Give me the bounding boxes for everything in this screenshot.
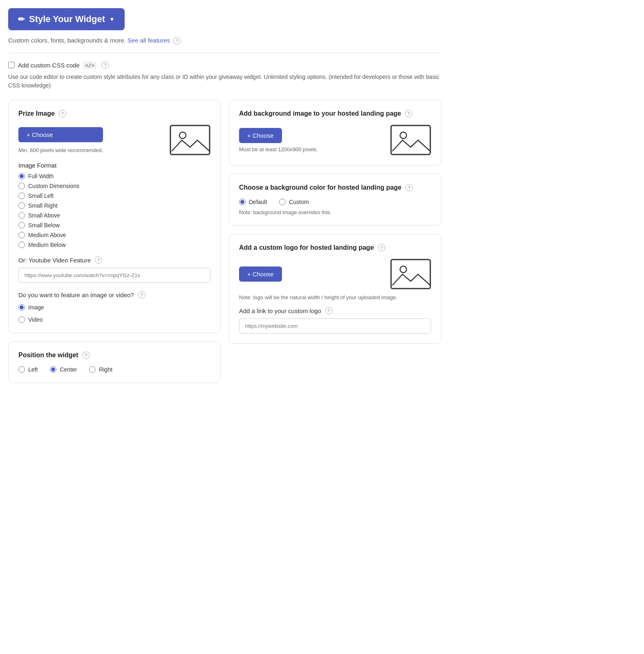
custom-logo-top: + Choose [239, 259, 431, 289]
position-radio-group: Left Center Right [18, 366, 210, 373]
position-title: Position the widget ? [18, 352, 210, 359]
bg-color-custom[interactable]: Custom [279, 199, 309, 205]
format-medium-below[interactable]: Medium Below [18, 242, 210, 248]
format-small-right[interactable]: Small Right [18, 202, 210, 209]
background-image-card: Add background image to your hosted land… [229, 100, 441, 166]
background-color-card: Choose a background color for hosted lan… [229, 174, 441, 226]
background-color-title: Choose a background color for hosted lan… [239, 184, 431, 191]
subtitle-help-icon[interactable]: ? [173, 37, 181, 45]
logo-link-label: Add a link to your custom logo ? [239, 307, 431, 314]
custom-logo-help-icon[interactable]: ? [378, 244, 385, 251]
code-badge: </> [83, 62, 96, 69]
chevron-down-icon: ▼ [109, 16, 115, 22]
background-image-choose-button[interactable]: + Choose [239, 128, 282, 143]
feature-section: Do you want to feature an image or video… [18, 291, 210, 323]
prize-image-placeholder [170, 125, 210, 155]
youtube-label: Or: Youtube Video Feature ? [18, 256, 210, 264]
custom-css-help-icon[interactable]: ? [101, 61, 109, 69]
youtube-input[interactable] [18, 268, 210, 283]
custom-logo-placeholder [390, 259, 431, 289]
image-format-label: Image Format [18, 162, 210, 169]
svg-rect-4 [391, 260, 430, 289]
header-button-label: Style Your Widget [29, 14, 105, 25]
format-small-left[interactable]: Small Left [18, 193, 210, 199]
custom-logo-note: Note: logo will be the natural width / h… [239, 294, 431, 300]
custom-logo-title: Add a custom logo for hosted landing pag… [239, 244, 431, 251]
logo-link-help-icon[interactable]: ? [325, 307, 333, 314]
position-right[interactable]: Right [89, 366, 112, 373]
background-color-help-icon[interactable]: ? [405, 184, 413, 191]
background-image-top: + Choose Must be at least 1200x900 pixel… [239, 125, 431, 155]
feature-video-option[interactable]: Video [18, 316, 210, 323]
custom-logo-card: Add a custom logo for hosted landing pag… [229, 234, 441, 344]
prize-image-help-icon[interactable]: ? [59, 110, 66, 117]
custom-css-label-text: Add custom CSS code [18, 62, 80, 69]
background-image-hint: Must be at least 1200x900 pixels. [239, 146, 318, 152]
left-column: Prize Image ? + Choose Min. 600 pixels w… [8, 100, 221, 383]
background-color-options: Default Custom [239, 199, 431, 205]
position-help-icon[interactable]: ? [83, 352, 90, 359]
custom-css-checkbox[interactable] [8, 62, 15, 68]
prize-image-title: Prize Image ? [18, 110, 210, 117]
format-full-width[interactable]: Full Width [18, 173, 210, 179]
position-center[interactable]: Center [50, 366, 77, 373]
custom-css-section: Add custom CSS code </> ? Use our code e… [8, 61, 441, 90]
right-column: Add background image to your hosted land… [229, 100, 441, 383]
bg-color-default[interactable]: Default [239, 199, 267, 205]
svg-rect-0 [170, 125, 210, 155]
background-image-left: + Choose Must be at least 1200x900 pixel… [239, 128, 318, 152]
position-widget-card: Position the widget ? Left Center Right [8, 341, 221, 383]
format-medium-above[interactable]: Medium Above [18, 232, 210, 238]
logo-link-input[interactable] [239, 318, 431, 334]
position-left[interactable]: Left [18, 366, 38, 373]
feature-label: Do you want to feature an image or video… [18, 291, 210, 298]
background-image-placeholder [390, 125, 431, 155]
background-image-help-icon[interactable]: ? [405, 110, 412, 117]
custom-logo-choose-button[interactable]: + Choose [239, 267, 282, 282]
svg-rect-2 [391, 125, 430, 155]
image-format-group: Full Width Custom Dimensions Small Left … [18, 173, 210, 248]
format-small-above[interactable]: Small Above [18, 212, 210, 219]
format-small-below[interactable]: Small Below [18, 222, 210, 228]
youtube-help-icon[interactable]: ? [95, 256, 102, 264]
background-color-note: Note: background image overrides this. [239, 209, 431, 215]
style-widget-button[interactable]: ✏ Style Your Widget ▼ [8, 8, 125, 30]
subtitle: Custom colors, fonts, backgrounds & more… [8, 37, 441, 53]
custom-css-description: Use our code editor to create custom sty… [8, 73, 441, 90]
prize-image-top-row: + Choose Min. 600 pixels wide recommende… [18, 125, 210, 155]
prize-image-card: Prize Image ? + Choose Min. 600 pixels w… [8, 100, 221, 333]
feature-radio-group: Image Video [18, 304, 210, 323]
feature-help-icon[interactable]: ? [138, 291, 145, 298]
background-image-title: Add background image to your hosted land… [239, 110, 431, 117]
feature-image-option[interactable]: Image [18, 304, 210, 311]
see-all-features-link[interactable]: See all features [127, 37, 170, 44]
youtube-section: Or: Youtube Video Feature ? [18, 256, 210, 283]
main-content: Prize Image ? + Choose Min. 600 pixels w… [8, 100, 441, 383]
pencil-icon: ✏ [18, 14, 25, 24]
prize-image-hint: Min. 600 pixels wide recommended. [18, 147, 103, 153]
prize-image-left: + Choose Min. 600 pixels wide recommende… [18, 127, 103, 153]
format-custom-dimensions[interactable]: Custom Dimensions [18, 183, 210, 189]
prize-image-choose-button[interactable]: + Choose [18, 127, 103, 142]
